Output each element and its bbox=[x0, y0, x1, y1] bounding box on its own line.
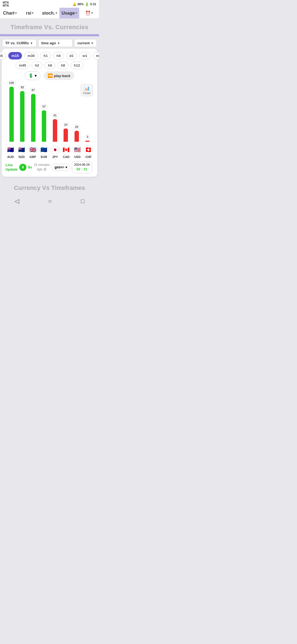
purple-divider bbox=[0, 34, 99, 36]
flag-gbp: 🇬🇧 bbox=[28, 145, 37, 154]
open-chart-button[interactable]: 📊 Chart bbox=[81, 84, 93, 96]
nav-stoch[interactable]: stoch. ▾ bbox=[40, 8, 59, 18]
timeframe-row-2: m45 h2 h6 h8 h12 bbox=[4, 62, 95, 69]
playback-button[interactable]: ⏪ play-back bbox=[44, 71, 74, 80]
chevron-down-icon: ▾ bbox=[75, 11, 77, 15]
filter-current[interactable]: current ▼ bbox=[74, 39, 97, 47]
chevron-down-icon: ▾ bbox=[56, 11, 57, 15]
nav-chart[interactable]: Chart ▾ bbox=[0, 8, 20, 18]
battery-level: 88% bbox=[78, 2, 84, 6]
chevron-down-icon: ▾ bbox=[91, 11, 93, 15]
currency-aud[interactable]: 🇦🇺 AUD bbox=[5, 145, 16, 159]
currency-chf[interactable]: 🇨🇭 CHF bbox=[83, 145, 94, 159]
chevron-down-icon: ▾ bbox=[35, 73, 37, 78]
tf-h6[interactable]: h6 bbox=[45, 62, 55, 69]
tf-h8[interactable]: h8 bbox=[57, 62, 68, 69]
flag-usd: 🇺🇸 bbox=[73, 145, 82, 154]
live-update-label: LiveUpdate bbox=[6, 163, 18, 171]
live-update-row: LiveUpdate 8 8s 15 minutesago @ gmt+/- ▾… bbox=[4, 159, 95, 174]
currency-jpy[interactable]: 🇯🇵 JPY bbox=[50, 145, 60, 159]
bar-chf: 0 bbox=[82, 141, 92, 142]
flag-jpy: 🇯🇵 bbox=[50, 145, 60, 154]
clock: 5:31 bbox=[90, 2, 96, 6]
bar-jpy: 41 bbox=[50, 119, 60, 142]
carrier-info: MTN MTN bbox=[3, 1, 9, 7]
candlestick-icon: 📊 bbox=[84, 86, 90, 91]
currency-usd[interactable]: 🇺🇸 USD bbox=[72, 145, 82, 159]
tf-m45[interactable]: m45 bbox=[16, 62, 29, 69]
bar-gbp: 87 bbox=[28, 94, 38, 142]
dollar-icon: 💲 bbox=[28, 73, 34, 78]
time-display: 20 : 31 bbox=[74, 167, 90, 172]
tf-h12[interactable]: h12 bbox=[71, 62, 83, 69]
currency-cad[interactable]: 🇨🇦 CAD bbox=[61, 145, 72, 159]
currency-flag-row: 🇦🇺 AUD 🇳🇿 NZD 🇬🇧 GBP 🇪🇺 EUR 🇯🇵 JPY 🇨🇦 CA… bbox=[4, 144, 95, 159]
flag-nzd: 🇳🇿 bbox=[17, 145, 26, 154]
tf-mn[interactable]: mn bbox=[93, 52, 99, 59]
currency-nzd[interactable]: 🇳🇿 NZD bbox=[16, 145, 27, 159]
recents-button[interactable]: □ bbox=[81, 198, 84, 205]
bottom-nav: ◁ ○ □ bbox=[0, 194, 99, 209]
live-ago-text: 15 minutesago @ bbox=[34, 163, 50, 171]
bar-usd: 20 bbox=[72, 131, 82, 142]
controls-row: 💲 ▾ ⏪ play-back bbox=[4, 71, 95, 80]
live-seconds: 8s bbox=[28, 165, 32, 169]
bar-cad: 24 bbox=[61, 129, 71, 142]
top-nav: Chart ▾ rsi ▾ stoch. ▾ Usage ▾ ⏰ ▾ bbox=[0, 8, 99, 19]
tf-m30[interactable]: m30 bbox=[24, 52, 38, 59]
date-display: 2024-08-29 bbox=[74, 163, 90, 167]
timeframe-row-1: m5 m15 m30 h1 h4 d1 w1 mn bbox=[4, 52, 95, 59]
tf-h4[interactable]: h4 bbox=[53, 52, 64, 59]
tf-m15[interactable]: m15 bbox=[8, 52, 22, 59]
bar-chart: 100 92 87 57 41 24 20 0 bbox=[4, 81, 95, 142]
chevron-down-icon: ▼ bbox=[57, 42, 60, 45]
battery-icon: 🔋 bbox=[85, 2, 89, 6]
bar-nzd: 92 bbox=[17, 91, 27, 142]
flag-chf: 🇨🇭 bbox=[84, 145, 93, 154]
back-button[interactable]: ◁ bbox=[15, 198, 19, 205]
bar-eur: 57 bbox=[39, 110, 49, 142]
nav-usage[interactable]: Usage ▾ bbox=[59, 8, 79, 18]
chevron-down-icon: ▾ bbox=[65, 165, 67, 169]
flag-aud: 🇦🇺 bbox=[6, 145, 15, 154]
tf-d1[interactable]: d1 bbox=[66, 52, 77, 59]
currency-gbp[interactable]: 🇬🇧 GBP bbox=[28, 145, 38, 159]
tf-m5[interactable]: m5 bbox=[0, 52, 6, 59]
live-count-badge: 8 bbox=[19, 164, 26, 171]
nfc-icon: 🔔 bbox=[73, 2, 76, 6]
filter-row: TF vs. CURRs ▼ time ago ▼ current ▼ bbox=[0, 37, 99, 49]
currency-selector[interactable]: 💲 ▾ bbox=[25, 71, 40, 80]
rewind-icon: ⏪ bbox=[48, 73, 53, 78]
chart-card: m5 m15 m30 h1 h4 d1 w1 mn m45 h2 h6 h8 h… bbox=[2, 49, 97, 177]
second-page-title: Currency Vs Timeframes bbox=[0, 179, 99, 194]
alarm-icon: ⏰ bbox=[85, 10, 91, 16]
home-button[interactable]: ○ bbox=[48, 198, 52, 205]
flag-cad: 🇨🇦 bbox=[62, 145, 71, 154]
tf-h2[interactable]: h2 bbox=[32, 62, 42, 69]
nav-rsi[interactable]: rsi ▾ bbox=[20, 8, 40, 18]
status-right: 🔔 88% 🔋 5:31 bbox=[73, 2, 96, 6]
chevron-down-icon: ▼ bbox=[30, 42, 33, 45]
datetime-box: 2024-08-29 20 : 31 bbox=[72, 161, 92, 173]
flag-eur: 🇪🇺 bbox=[39, 145, 49, 154]
tf-h1[interactable]: h1 bbox=[40, 52, 51, 59]
nav-alarm[interactable]: ⏰ ▾ bbox=[79, 8, 99, 18]
chevron-down-icon: ▼ bbox=[91, 42, 94, 45]
filter-tf-curr[interactable]: TF vs. CURRs ▼ bbox=[2, 39, 37, 47]
chevron-down-icon: ▾ bbox=[32, 11, 34, 15]
bar-aud: 100 bbox=[7, 87, 16, 142]
gmt-selector[interactable]: gmt+/- ▾ bbox=[51, 164, 70, 171]
currency-eur[interactable]: 🇪🇺 EUR bbox=[39, 145, 49, 159]
chevron-down-icon: ▾ bbox=[15, 11, 17, 15]
page-title: Timeframe Vs. Currencies bbox=[0, 19, 99, 34]
filter-time-ago[interactable]: time ago ▼ bbox=[38, 39, 73, 47]
status-bar: MTN MTN 🔔 88% 🔋 5:31 bbox=[0, 0, 99, 8]
tf-w1[interactable]: w1 bbox=[79, 52, 90, 59]
